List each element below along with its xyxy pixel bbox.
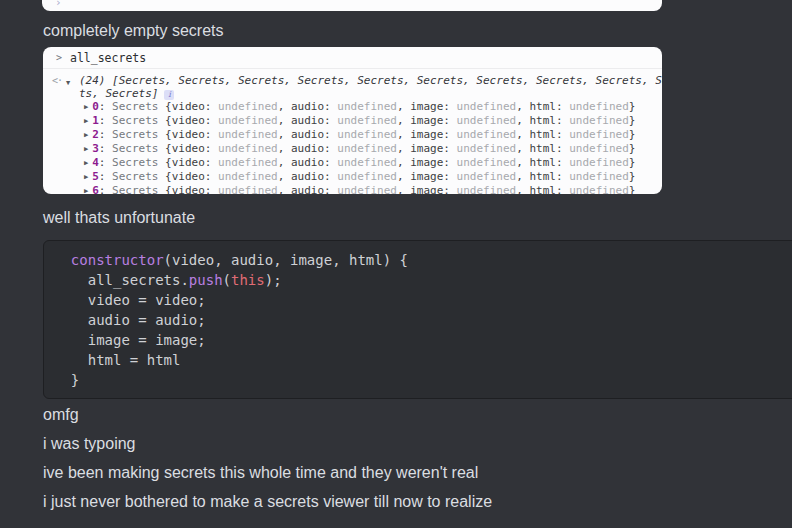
console-array-row: ▶6: Secrets {video: undefined, audio: un… xyxy=(43,184,662,194)
console-screenshot-attachment[interactable]: > all_secrets <· ▼ (24) [Secrets, Secret… xyxy=(43,47,662,194)
console-rows: ▶0: Secrets {video: undefined, audio: un… xyxy=(43,100,662,194)
console-input-line: > all_secrets xyxy=(43,47,662,69)
console-prompt-chevron-icon: > xyxy=(56,52,62,63)
code-line: all_secrets.push(this); xyxy=(54,270,792,290)
chat-message: i just never bothered to make a secrets … xyxy=(43,491,492,513)
console-array-row: ▶3: Secrets {video: undefined, audio: un… xyxy=(43,142,662,156)
code-line: } xyxy=(54,370,792,390)
array-preview: (24) [Secrets, Secrets, Secrets, Secrets… xyxy=(79,74,662,100)
console-array-row: ▶2: Secrets {video: undefined, audio: un… xyxy=(43,128,662,142)
return-value-arrow-icon: <· xyxy=(52,75,62,86)
prompt-chevron-icon: › xyxy=(55,0,62,9)
chat-message: well thats unfortunate xyxy=(43,207,195,229)
chat-message: completely empty secrets xyxy=(43,20,224,42)
code-line: constructor(video, audio, image, html) { xyxy=(54,250,792,270)
chat-message: ive been making secrets this whole time … xyxy=(43,462,478,484)
chat-message: i was typoing xyxy=(43,433,136,455)
console-array-row: ▶4: Secrets {video: undefined, audio: un… xyxy=(43,156,662,170)
chat-message: omfg xyxy=(43,404,79,426)
expander-open-icon: ▼ xyxy=(66,79,70,87)
code-line: audio = audio; xyxy=(54,310,792,330)
cropped-screenshot-bottom[interactable]: › xyxy=(42,0,662,11)
console-array-row: ▶1: Secrets {video: undefined, audio: un… xyxy=(43,114,662,128)
array-preview-line1: (24) [Secrets, Secrets, Secrets, Secrets… xyxy=(79,74,662,87)
info-icon: i xyxy=(164,90,174,100)
code-block: constructor(video, audio, image, html) {… xyxy=(43,240,792,399)
console-input-expression: all_secrets xyxy=(70,51,146,65)
code-line: video = video; xyxy=(54,290,792,310)
array-preview-line2: ts, Secrets]i xyxy=(79,87,662,100)
code-line: html = html xyxy=(54,350,792,370)
console-array-row: ▶5: Secrets {video: undefined, audio: un… xyxy=(43,170,662,184)
code-line: image = image; xyxy=(54,330,792,350)
console-array-row: ▶0: Secrets {video: undefined, audio: un… xyxy=(43,100,662,114)
